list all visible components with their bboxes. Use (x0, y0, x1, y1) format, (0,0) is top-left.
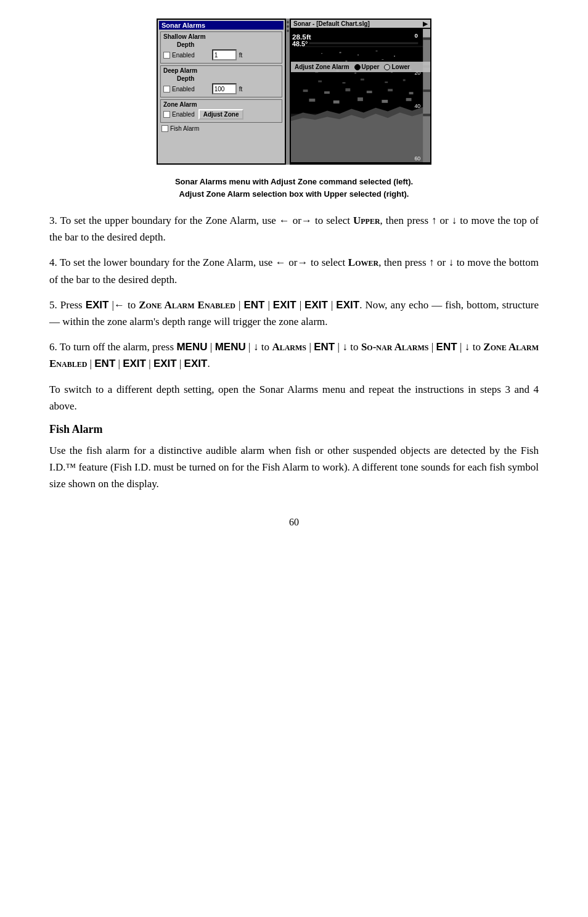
lower-radio-text: Lower (391, 64, 409, 70)
svg-rect-32 (409, 92, 414, 94)
chart-content: 28.5ft 48.5° 0 20 40 60 Adjust Zone Alar… (291, 28, 430, 163)
svg-rect-27 (303, 89, 308, 92)
zone-enabled-text: Enabled (172, 111, 195, 118)
svg-rect-29 (345, 88, 350, 91)
svg-text:0: 0 (414, 32, 418, 39)
sonar-alarms-sc: So-nar Alarms (361, 341, 429, 353)
svg-rect-37 (406, 98, 412, 101)
zone-checkbox[interactable] (163, 111, 170, 118)
switch-paragraph: To switch to a different depth setting, … (49, 381, 539, 414)
zone-alarm-overlay-label: Adjust Zone Alarm (295, 64, 349, 70)
deep-depth-input-row: ft (212, 83, 243, 94)
svg-rect-7 (340, 52, 341, 53)
kbd-ent3: ENT (436, 341, 457, 353)
sonar-svg: 28.5ft 48.5° 0 20 40 60 (291, 28, 430, 163)
sonar-chart-panel: Sonar - [Default Chart.slg] ▶ (290, 19, 431, 165)
lower-radio-label[interactable]: Lower (384, 64, 409, 70)
fish-alarm-heading: Fish Alarm (49, 423, 539, 436)
kbd-menu1: MENU (176, 341, 207, 353)
svg-rect-42 (423, 89, 430, 92)
deep-enabled-label[interactable]: Enabled (163, 86, 195, 93)
fish-alarm-paragraph: Use the fish alarm for a distinctive aud… (49, 442, 539, 493)
lower-smallcaps: Lower (348, 257, 378, 268)
sonar-alarms-title: Sonar Alarms (159, 21, 284, 30)
upper-radio-label[interactable]: Upper (354, 64, 380, 70)
shallow-depth-input[interactable] (212, 49, 237, 60)
svg-rect-40 (423, 38, 430, 40)
adjust-zone-button[interactable]: Adjust Zone (198, 109, 244, 120)
kbd-exit6: EXIT (153, 358, 177, 369)
kbd-exit3: EXIT (304, 299, 328, 311)
deep-enabled-text: Enabled (172, 86, 195, 93)
deep-checkbox[interactable] (163, 86, 170, 93)
shallow-depth-input-row: ft (212, 49, 243, 60)
kbd-ent4: ENT (94, 358, 115, 369)
deep-alarm-row: Enabled ft (163, 83, 279, 94)
deep-depth-label: Depth (177, 75, 279, 82)
upper-radio-text: Upper (362, 64, 380, 70)
kbd-menu2: MENU (215, 341, 246, 353)
caption: Sonar Alarms menu with Adjust Zone comma… (49, 176, 539, 200)
shallow-enabled-label[interactable]: Enabled (163, 52, 195, 59)
svg-rect-24 (361, 78, 364, 80)
shallow-enabled-text: Enabled (172, 52, 195, 59)
kbd-exit4: EXIT (336, 299, 359, 311)
paragraph-5: 5. Press EXIT |← to Zone Alarm Enabled |… (49, 297, 539, 330)
upper-smallcaps: Upper (353, 215, 380, 226)
zone-radio-group: Upper Lower (354, 64, 410, 70)
fish-alarm-row: Fish Alarm (161, 125, 282, 132)
deep-alarm-title: Deep Alarm (163, 67, 279, 74)
deep-depth-input[interactable] (212, 83, 237, 94)
svg-text:60: 60 (414, 155, 420, 162)
page-number: 60 (49, 517, 539, 528)
svg-text:40: 40 (414, 103, 420, 109)
paragraph-4: 4. To set the lower boundary for the Zon… (49, 254, 539, 287)
shallow-depth-label: Depth (177, 41, 279, 48)
upper-radio-filled (354, 64, 361, 70)
caption-line2: Adjust Zone Alarm selection box with Upp… (179, 189, 409, 199)
zone-enabled-label[interactable]: Enabled (163, 111, 195, 118)
screenshots-area: Sonar Alarms Shallow Alarm Depth Enabled… (49, 19, 539, 165)
paragraph-6: 6. To turn off the alarm, press MENU | M… (49, 339, 539, 372)
paragraph-3: 3. To set the upper boundary for the Zon… (49, 212, 539, 245)
kbd-exit7: EXIT (184, 358, 208, 369)
svg-rect-30 (367, 91, 372, 93)
svg-rect-34 (333, 101, 340, 104)
svg-rect-9 (376, 51, 378, 51)
zone-alarm-title: Zone Alarm (163, 101, 279, 108)
chart-title: Sonar - [Default Chart.slg] (293, 20, 370, 27)
svg-text:48.5°: 48.5° (292, 40, 308, 47)
shallow-alarm-row: Enabled ft (163, 49, 279, 60)
fish-alarm-checkbox[interactable] (161, 125, 168, 132)
svg-rect-6 (321, 53, 322, 54)
deep-alarm-group: Deep Alarm Depth Enabled ft (160, 65, 282, 97)
svg-rect-35 (357, 97, 363, 101)
shallow-checkbox[interactable] (163, 52, 170, 59)
alarms-sc: Alarms (272, 341, 306, 353)
kbd-exit2: EXIT (273, 299, 296, 311)
chart-titlebar: Sonar - [Default Chart.slg] ▶ (291, 20, 430, 28)
svg-rect-38 (423, 29, 430, 162)
svg-rect-18 (354, 73, 356, 74)
zone-alarm-enabled-sc: Zone Alarm Enabled (139, 299, 235, 311)
kbd-ent2: ENT (314, 341, 335, 353)
zone-alarm-row: Enabled Adjust Zone (163, 109, 279, 120)
svg-rect-28 (324, 91, 330, 94)
svg-rect-23 (343, 82, 346, 83)
shallow-alarm-group: Shallow Alarm Depth Enabled ft (160, 31, 282, 64)
deep-unit: ft (239, 86, 243, 93)
svg-rect-36 (382, 100, 388, 103)
svg-rect-25 (385, 81, 388, 83)
svg-rect-26 (403, 79, 406, 81)
svg-rect-1 (309, 43, 418, 44)
zone-alarm-overlay: Adjust Zone Alarm Upper Lower (291, 62, 430, 72)
zone-alarm-group: Zone Alarm Enabled Adjust Zone (160, 99, 282, 123)
svg-rect-31 (388, 89, 393, 91)
sonar-alarms-panel: Sonar Alarms Shallow Alarm Depth Enabled… (157, 19, 286, 165)
chart-arrow-icon: ▶ (423, 20, 428, 27)
svg-rect-10 (394, 56, 395, 57)
shallow-unit: ft (239, 52, 243, 59)
svg-rect-39 (423, 29, 430, 38)
shallow-alarm-title: Shallow Alarm (163, 33, 279, 40)
kbd-ent1: ENT (243, 299, 264, 311)
